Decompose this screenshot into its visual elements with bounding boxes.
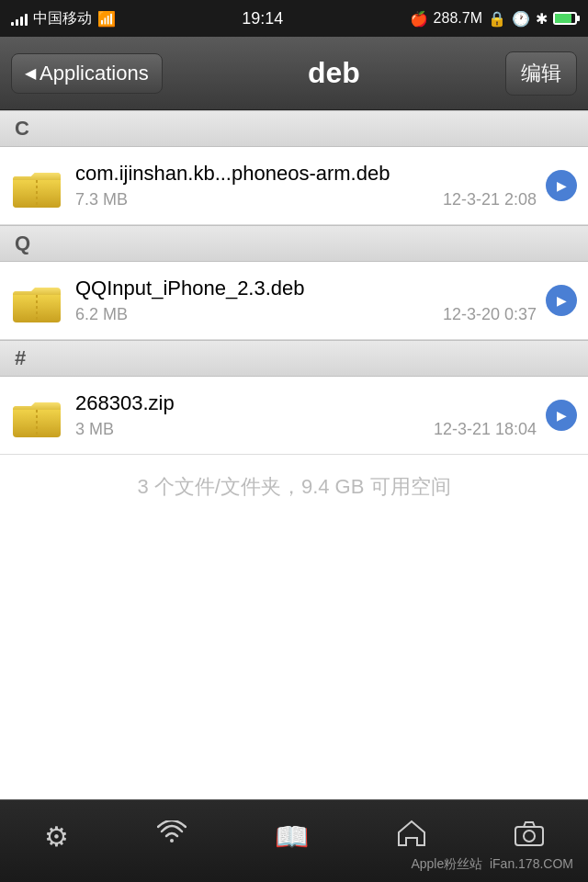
file-info: 268303.zip 3 MB 12-3-21 18:04 (75, 391, 537, 439)
home-icon (397, 820, 426, 854)
file-meta: 7.3 MB 12-3-21 2:08 (75, 190, 537, 209)
apple-icon: 🍎 (410, 10, 428, 28)
tab-home[interactable] (397, 820, 426, 854)
book-icon: 📖 (275, 820, 309, 853)
file-info: QQInput_iPhone_2.3.deb 6.2 MB 12-3-20 0:… (75, 277, 537, 324)
battery-icon (553, 12, 577, 25)
file-meta: 6.2 MB 12-3-20 0:37 (75, 305, 537, 324)
file-row[interactable]: com.ijinshan.kb...phoneos-arm.deb 7.3 MB… (0, 147, 588, 225)
signal-icon (11, 11, 28, 26)
lock-icon: 🔒 (488, 10, 506, 28)
back-button[interactable]: Applications (11, 53, 163, 94)
file-size: 3 MB (75, 420, 114, 439)
file-meta: 3 MB 12-3-21 18:04 (75, 420, 537, 439)
carrier-label: 中国移动 (33, 9, 92, 28)
file-name: 268303.zip (75, 391, 537, 415)
file-name: com.ijinshan.kb...phoneos-arm.deb (75, 162, 537, 186)
clock-icon: 🕐 (512, 10, 530, 28)
nav-bar: Applications deb 编辑 (0, 37, 588, 110)
file-date: 12-3-20 0:37 (443, 305, 537, 324)
tab-books[interactable]: 📖 (275, 820, 309, 853)
tab-wifi[interactable] (157, 820, 187, 853)
file-row[interactable]: QQInput_iPhone_2.3.deb 6.2 MB 12-3-20 0:… (0, 262, 588, 340)
gear-icon: ⚙ (44, 820, 69, 853)
section-header-c: C (0, 110, 588, 147)
tab-camera[interactable] (514, 820, 544, 853)
file-arrow[interactable] (546, 400, 577, 431)
wifi-icon: 📶 (97, 10, 116, 28)
file-icon (11, 275, 62, 326)
file-info: com.ijinshan.kb...phoneos-arm.deb 7.3 MB… (75, 162, 537, 209)
status-bar: 中国移动 📶 19:14 🍎 288.7M 🔒 🕐 ✱ (0, 0, 588, 37)
status-left: 中国移动 📶 (11, 9, 116, 28)
file-arrow[interactable] (546, 170, 577, 201)
file-icon (11, 160, 62, 211)
file-size: 6.2 MB (75, 305, 128, 324)
tab-settings[interactable]: ⚙ (44, 820, 69, 853)
file-arrow[interactable] (546, 285, 577, 316)
memory-label: 288.7M (434, 10, 482, 27)
storage-info: 3 个文件/文件夹，9.4 GB 可用空间 (0, 455, 588, 519)
file-date: 12-3-21 2:08 (443, 190, 537, 209)
file-name: QQInput_iPhone_2.3.deb (75, 277, 537, 300)
file-icon (11, 390, 62, 441)
wifi-icon (157, 820, 187, 853)
status-right: 🍎 288.7M 🔒 🕐 ✱ (410, 10, 577, 28)
watermark: Apple粉丝站 iFan.178.COM (411, 856, 573, 873)
time-label: 19:14 (242, 9, 283, 28)
edit-button[interactable]: 编辑 (505, 51, 577, 96)
file-date: 12-3-21 18:04 (434, 420, 537, 439)
section-header-hash: # (0, 340, 588, 377)
camera-icon (514, 820, 544, 853)
file-list: C (0, 110, 588, 519)
svg-point-8 (524, 831, 535, 842)
nav-title: deb (308, 56, 360, 90)
file-row[interactable]: 268303.zip 3 MB 12-3-21 18:04 (0, 377, 588, 455)
file-size: 7.3 MB (75, 190, 128, 209)
section-header-q: Q (0, 225, 588, 262)
bluetooth-icon: ✱ (536, 10, 548, 28)
